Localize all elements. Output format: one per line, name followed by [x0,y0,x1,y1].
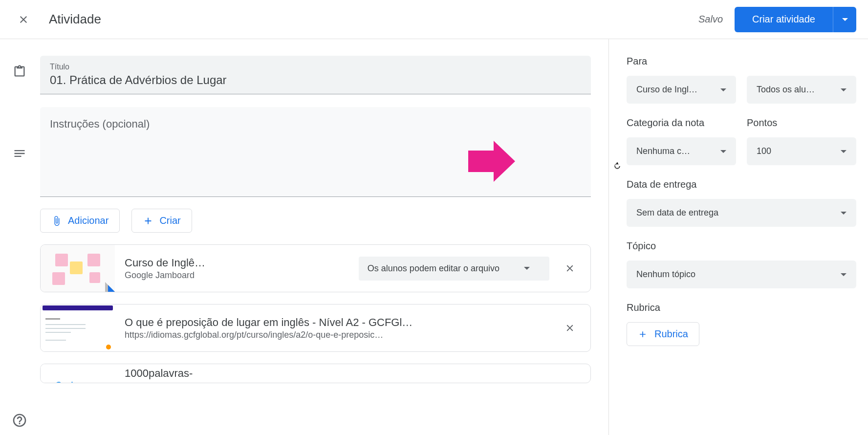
plus-icon [638,329,648,339]
chevron-down-icon [841,273,846,276]
students-select-value: Todos os alu… [757,85,815,95]
plus-icon [143,216,153,226]
para-label: Para [627,56,856,67]
attachment-thumbnail[interactable] [41,245,115,292]
annotation-arrow [468,141,515,184]
class-select[interactable]: Curso de Ingl… [627,76,736,104]
topic-value: Nenhum tópico [636,269,695,280]
chevron-down-icon [842,18,848,21]
class-select-value: Curso de Ingl… [636,85,697,95]
close-icon [18,14,29,25]
rubric-button-label: Rubrica [654,328,688,340]
topic-select[interactable]: Nenhum tópico [627,261,856,288]
close-icon [564,323,575,333]
attachment-permission-select[interactable]: Os alunos podem editar o arquivo [359,257,549,281]
assignment-icon [13,65,26,78]
attachment-permission-value: Os alunos podem editar o arquivo [368,263,499,274]
close-button[interactable] [12,8,35,31]
points-value: 100 [757,146,771,156]
create-attachment-button[interactable]: Criar [131,209,192,233]
attachment-thumbnail[interactable]: Conheça as [41,364,115,383]
title-input[interactable]: Título 01. Prática de Advérbios de Lugar [40,56,591,94]
topic-label: Tópico [627,240,856,252]
create-activity-button-group: Criar atividade [735,7,856,32]
grade-category-label: Categoria da nota [627,117,736,129]
attachment-subtitle: https://idiomas.gcfglobal.org/pt/curso/i… [125,330,548,340]
attachment-title: 1000palavras- [125,367,581,380]
text-icon [13,147,26,160]
add-attachment-button[interactable]: Adicionar [40,209,120,233]
attachment-title: Curso de Inglê… [125,257,349,269]
attachment-remove-button[interactable] [558,316,582,340]
attachment-subtitle: Google Jamboard [125,270,349,281]
grade-category-select[interactable]: Nenhuma c… [627,137,736,165]
page-title: Atividade [49,12,698,27]
title-input-label: Título [50,63,581,71]
students-select[interactable]: Todos os alu… [747,76,856,104]
rubric-label: Rubrica [627,302,856,313]
help-button[interactable] [12,413,27,428]
add-attachment-label: Adicionar [68,215,108,226]
main-content: Título 01. Prática de Advérbios de Lugar… [0,39,609,435]
cursor-icon [614,162,621,172]
create-activity-dropdown-button[interactable] [833,7,856,32]
due-date-label: Data de entrega [627,179,856,190]
rubric-button[interactable]: Rubrica [627,322,699,346]
chevron-down-icon [720,150,726,153]
points-select[interactable]: 100 [747,137,856,165]
sidebar: Para Curso de Ingl… Todos os alu… Catego… [609,39,868,435]
attachment-remove-button[interactable] [558,257,582,280]
attachment-item: Conheça as 1000palavras- [40,364,591,383]
attachment-title: O que é preposição de lugar em inglês - … [125,316,548,329]
title-input-value: 01. Prática de Advérbios de Lugar [50,73,581,87]
header: Atividade Salvo Criar atividade [0,0,868,39]
grade-category-value: Nenhuma c… [636,146,690,156]
close-icon [564,263,575,274]
due-date-value: Sem data de entrega [636,208,718,218]
help-icon [12,413,27,428]
attachment-item: Curso de Inglê… Google Jamboard Os aluno… [40,244,591,292]
chevron-down-icon [841,212,846,215]
due-date-select[interactable]: Sem data de entrega [627,199,856,227]
attach-icon [51,216,62,226]
chevron-down-icon [841,88,846,91]
create-activity-button[interactable]: Criar atividade [735,7,833,32]
saved-status: Salvo [698,14,723,25]
create-attachment-label: Criar [159,215,180,226]
attachment-item: O que é preposição de lugar em inglês - … [40,304,591,352]
points-label: Pontos [747,117,856,129]
chevron-down-icon [841,150,846,153]
chevron-down-icon [524,267,530,270]
chevron-down-icon [720,88,726,91]
attachment-thumbnail[interactable] [41,304,115,351]
